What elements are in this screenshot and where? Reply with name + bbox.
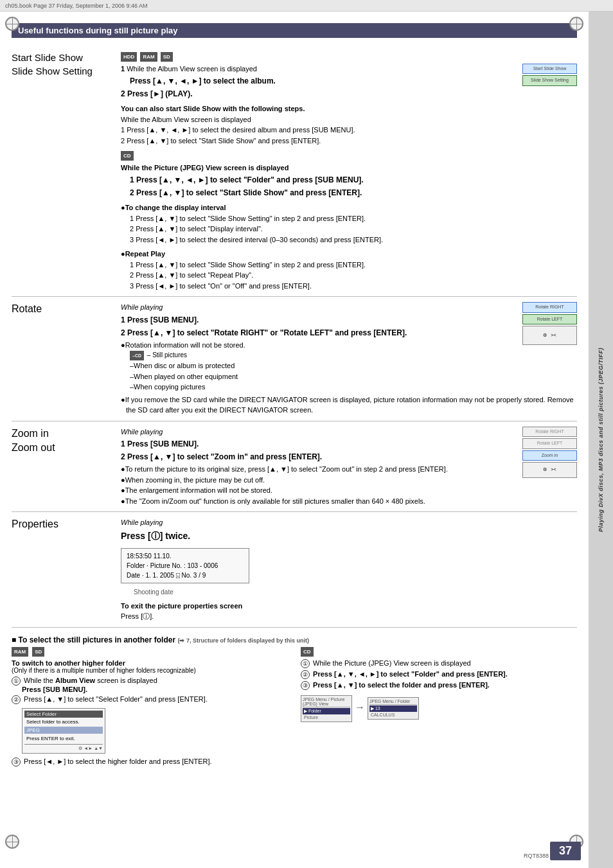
rotate-note5: –When copying pictures	[121, 382, 577, 393]
step1-label: 1 While the Album View screen is display…	[121, 64, 577, 75]
rotate-note2: –CD – Still pictures	[121, 350, 577, 360]
shooting-date-label: Shooting date	[134, 587, 577, 597]
change-interval-section: ●To change the display interval 1 Press …	[121, 202, 577, 245]
cd-circle3-text: Press [▲, ▼] to select the folder and pr…	[313, 681, 490, 689]
section-rotate: Rotate Rotate RIGHT Rotate LEFT ⚙ >< Whi…	[12, 297, 577, 421]
diag-folder-row: ▶ Folder	[303, 708, 350, 714]
cd-diag-2: JPEG Menu / Folder ▶ 13 CALCULUS	[368, 695, 419, 720]
page-number: 37	[550, 842, 581, 860]
ram-sd-badges-row: RAM SD	[12, 647, 288, 657]
diag-label1: JPEG Menu / Picture (JPEG) View	[303, 697, 350, 707]
sd-badge-bottom: SD	[32, 647, 44, 657]
thumb-start-slide-show: Start Slide Show	[522, 64, 577, 75]
zoom-step1: 1 Press [SUB MENU].	[121, 438, 577, 450]
bottom-ref: (➡ 7, Structure of folders displayed by …	[177, 637, 309, 644]
rp-step3: 3 Press [◄, ►] to select "On" or "Off" a…	[121, 281, 577, 292]
circle-2: ②	[12, 695, 21, 704]
cd-title: While the Picture (JPEG) View screen is …	[121, 163, 577, 173]
step2-instruction: 2 Press [►] (PLAY).	[121, 88, 577, 100]
cd-diag-box1: JPEG Menu / Picture (JPEG) View ▶ Folder…	[301, 695, 352, 722]
ram-badge: RAM	[140, 52, 157, 62]
screen-row1: Select folder to access.	[24, 718, 103, 726]
zoom-thumbs: Rotate RIGHT Rotate LEFT Zoom in ⚙ ><	[522, 427, 577, 479]
cd-step1: 1 Press [▲, ▼, ◄, ►] to select "Folder" …	[121, 174, 577, 186]
circle2-text: Press [▲, ▼] to select "Select Folder" a…	[24, 695, 208, 703]
corner-circle-top-right	[569, 17, 583, 31]
rotate-note4: –When played on other equipment	[121, 371, 577, 382]
corner-circle-top-left	[5, 17, 19, 31]
thumb-rotate-left: Rotate LEFT	[522, 314, 577, 325]
screen-row3: Press ENTER to exit.	[24, 734, 103, 743]
also-sub: While the Album View screen is displayed	[121, 114, 577, 125]
props-instruction: Press [ⓘ] twice.	[121, 529, 577, 543]
section-slide-show: Start Slide Show Slide Show Setting HDD …	[12, 46, 577, 297]
rotate-note3: –When disc or album is protected	[121, 360, 577, 371]
prop-line3: Date · 1. 1. 2005 ⌺ No. 3 / 9	[127, 571, 244, 580]
zoom-content: Rotate RIGHT Rotate LEFT Zoom in ⚙ >< Wh…	[121, 427, 577, 507]
circle1-text: While the Album View screen is displayed	[24, 677, 157, 684]
rotate-cd-indicator: –CD	[130, 351, 144, 360]
screen-controls: ⚙ ◄► ▲▼	[24, 744, 103, 751]
cd-badge-bottom: CD	[301, 647, 314, 657]
properties-content: While playing Press [ⓘ] twice. 18:53:50 …	[121, 517, 577, 622]
rotate-playing-label: While playing	[121, 302, 577, 313]
circle1-row: ① While the Album View screen is display…	[12, 677, 288, 686]
also-step1: 1 Press [▲, ▼, ◄, ►] to select the desir…	[121, 125, 577, 136]
rp-step2: 2 Press [▲, ▼] to select "Repeat Play".	[121, 270, 577, 281]
also-step2: 2 Press [▲, ▼] to select "Start Slide Sh…	[121, 136, 577, 146]
cd-diag-box2: JPEG Menu / Folder ▶ 13 CALCULUS	[368, 697, 419, 720]
slide-show-content: HDD RAM SD Start Slide Show Slide Show S…	[121, 51, 577, 291]
props-playing-label: While playing	[121, 517, 577, 528]
cd-diagram-area: JPEG Menu / Picture (JPEG) View ▶ Folder…	[301, 693, 577, 722]
diag-select: CALCULUS	[369, 712, 417, 718]
sidebar-text: Playing DivX discs, MP3 discs and still …	[598, 348, 604, 532]
change-interval-title: ●To change the display interval	[121, 202, 577, 213]
rotate-label: Rotate	[12, 302, 121, 415]
select-folder-title: Select Folder	[24, 711, 103, 718]
exit-title: To exit the picture properties screen	[121, 601, 577, 612]
repeat-play-section: ●Repeat Play 1 Press [▲, ▼] to select "S…	[121, 249, 577, 291]
switch-folder-subtitle: (Only if there is a multiple number of h…	[12, 667, 288, 674]
header-strip: ch05.book Page 37 Friday, September 1, 2…	[0, 0, 613, 12]
rotate-step1: 1 Press [SUB MENU].	[121, 314, 577, 326]
cd-circle1-text: While the Picture (JPEG) View screen is …	[313, 659, 471, 667]
switch-folder-title: To switch to another higher folder	[12, 659, 288, 667]
circle2-row: ② Press [▲, ▼] to select "Select Folder"…	[12, 695, 288, 704]
rotate-thumb-icon: ⚙ ><	[522, 326, 577, 345]
thumb-rotate-left-2: Rotate LEFT	[522, 438, 577, 449]
zoom-note1: ●To return the picture to its original s…	[121, 464, 577, 475]
ci-step2: 2 Press [▲, ▼] to select "Display interv…	[121, 224, 577, 235]
slide-show-label: Start Slide Show Slide Show Setting	[12, 51, 121, 291]
main-content: Useful functions during still picture pl…	[0, 12, 589, 779]
bottom-section: ■ To select the still pictures in anothe…	[12, 635, 577, 766]
cd-circle3-row: ③ Press [▲, ▼] to select the folder and …	[301, 681, 577, 690]
circle-1: ①	[12, 677, 21, 686]
zoom-note4: ●The "Zoom in/Zoom out" function is only…	[121, 496, 577, 507]
diag-other-row: Picture	[303, 714, 350, 720]
thumb-rotate-right-2: Rotate RIGHT	[522, 427, 577, 438]
cd-circle-1: ①	[301, 659, 310, 668]
cd-section: CD While the Picture (JPEG) View screen …	[121, 150, 577, 199]
diag-label2: JPEG Menu / Folder	[369, 699, 417, 705]
ci-step1: 1 Press [▲, ▼] to select "Slide Show Set…	[121, 213, 577, 224]
zoom-note2: ●When zooming in, the picture may be cut…	[121, 475, 577, 486]
bottom-right-col: CD ① While the Picture (JPEG) View scree…	[301, 647, 577, 766]
slide-show-thumbs: Start Slide Show Slide Show Setting	[522, 64, 577, 87]
cd-circle-3: ③	[301, 681, 310, 690]
rotate-sd-note: ●If you remove the SD card while the DIR…	[121, 394, 577, 416]
cd-badge-row-bottom: CD	[301, 647, 577, 657]
bottom-left-col: RAM SD To switch to another higher folde…	[12, 647, 288, 766]
ci-step3: 3 Press [◄, ►] to select the desired int…	[121, 235, 577, 245]
cd-circle2-row: ② Press [▲, ▼, ◄, ►] to select "Folder" …	[301, 670, 577, 679]
sd-badge: SD	[161, 52, 173, 62]
circle3-row: ③ Press [◄, ►] to select the higher fold…	[12, 757, 288, 766]
cd-diag-1: JPEG Menu / Picture (JPEG) View ▶ Folder…	[301, 693, 352, 722]
header-file-info: ch05.book Page 37 Friday, September 1, 2…	[5, 3, 147, 9]
also-title: You can also start Slide Show with the f…	[121, 103, 577, 114]
prop-line1: 18:53:50 11.10.	[127, 551, 244, 561]
ram-badge-bottom: RAM	[12, 647, 28, 657]
title-bar: Useful functions during still picture pl…	[12, 23, 577, 38]
section-properties: Properties While playing Press [ⓘ] twice…	[12, 512, 577, 628]
zoom-step2: 2 Press [▲, ▼] to select "Zoom in" and p…	[121, 451, 577, 463]
rp-step1: 1 Press [▲, ▼] to select "Slide Show Set…	[121, 260, 577, 270]
